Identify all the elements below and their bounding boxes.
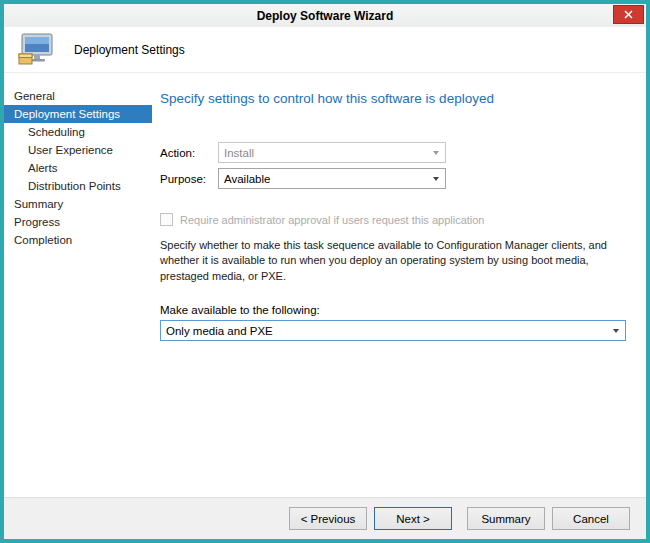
action-row: Action: Install [160,142,626,163]
sidebar-item-distribution-points[interactable]: Distribution Points [4,177,152,195]
purpose-row: Purpose: Available [160,168,626,189]
approval-checkbox-row: Require administrator approval if users … [160,213,626,226]
sidebar-item-completion[interactable]: Completion [4,231,152,249]
settings-form: Action: Install Purpose: Available [160,142,626,189]
purpose-dropdown[interactable]: Available [218,168,446,189]
step-title: Deployment Settings [74,43,185,57]
sidebar-item-user-experience[interactable]: User Experience [4,141,152,159]
approval-checkbox-label: Require administrator approval if users … [180,214,485,226]
approval-checkbox[interactable] [160,213,173,226]
sidebar-item-scheduling[interactable]: Scheduling [4,123,152,141]
purpose-dropdown-arrow-icon [427,169,445,188]
deploy-software-wizard-window: Deploy Software Wizard Deployment Settin… [0,0,650,543]
sidebar-item-deployment-settings[interactable]: Deployment Settings [4,105,152,123]
task-sequence-description: Specify whether to make this task sequen… [160,238,626,284]
action-value: Install [224,147,254,159]
make-available-value: Only media and PXE [166,325,273,337]
close-button[interactable] [613,5,644,24]
action-label: Action: [160,147,218,159]
wizard-body: General Deployment Settings Scheduling U… [4,73,646,497]
page-title: Specify settings to control how this sof… [160,91,626,106]
sidebar-item-general[interactable]: General [4,87,152,105]
action-dropdown[interactable]: Install [218,142,446,163]
sidebar-item-summary[interactable]: Summary [4,195,152,213]
close-icon [624,10,633,19]
action-dropdown-arrow-icon [427,143,445,162]
purpose-value: Available [224,173,270,185]
sidebar-item-alerts[interactable]: Alerts [4,159,152,177]
window-title: Deploy Software Wizard [257,9,394,23]
previous-button[interactable]: < Previous [289,507,367,530]
sidebar-item-progress[interactable]: Progress [4,213,152,231]
summary-button[interactable]: Summary [467,507,545,530]
wizard-footer: < Previous Next > Summary Cancel [4,497,646,539]
titlebar[interactable]: Deploy Software Wizard [4,4,646,27]
software-wizard-icon [16,32,58,68]
make-available-dropdown-arrow-icon [607,321,625,340]
make-available-label: Make available to the following: [160,304,626,316]
purpose-label: Purpose: [160,173,218,185]
wizard-content: Specify settings to control how this sof… [152,73,646,497]
wizard-steps-sidebar: General Deployment Settings Scheduling U… [4,73,152,497]
next-button[interactable]: Next > [374,507,452,530]
make-available-dropdown[interactable]: Only media and PXE [160,320,626,341]
wizard-header: Deployment Settings [4,27,646,73]
cancel-button[interactable]: Cancel [552,507,630,530]
